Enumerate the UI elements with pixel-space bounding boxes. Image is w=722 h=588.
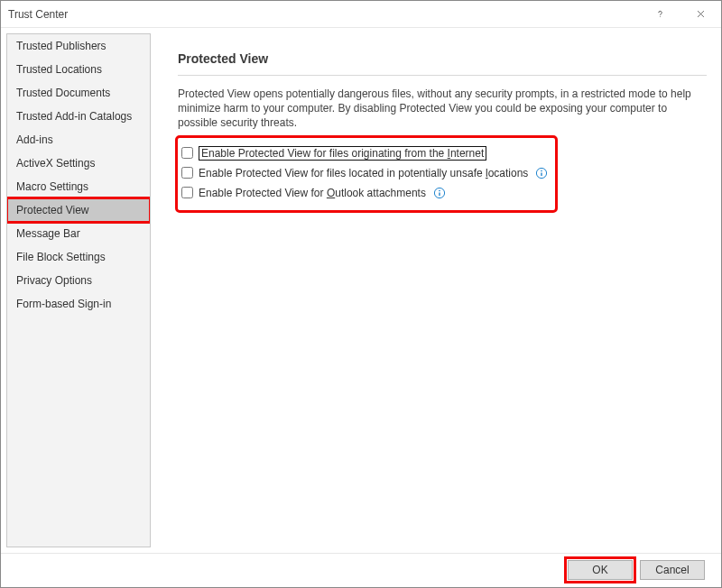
dialog-body: Trusted Publishers Trusted Locations Tru… <box>1 28 721 553</box>
dialog-footer: OK Cancel <box>1 553 721 585</box>
checkbox-internet[interactable] <box>181 147 193 159</box>
window-title: Trust Center <box>8 8 640 21</box>
sidebar-item-trusted-locations[interactable]: Trusted Locations <box>7 58 150 81</box>
sidebar-item-add-ins[interactable]: Add-ins <box>7 128 150 152</box>
section-title: Protected View <box>178 51 707 66</box>
checkbox-row-unsafe-locations[interactable]: Enable Protected View for files located … <box>181 163 548 183</box>
svg-point-4 <box>542 170 543 171</box>
help-icon <box>655 9 665 19</box>
sidebar-item-protected-view[interactable]: Protected View <box>7 198 150 222</box>
sidebar-item-form-based-sign-in[interactable]: Form-based Sign-in <box>7 292 150 316</box>
svg-point-0 <box>660 16 661 17</box>
sidebar-item-macro-settings[interactable]: Macro Settings <box>7 175 150 198</box>
ok-button[interactable]: OK <box>568 560 633 580</box>
checkbox-label-unsafe-locations: Enable Protected View for files located … <box>199 167 528 179</box>
checkbox-unsafe-locations[interactable] <box>181 167 193 179</box>
svg-point-7 <box>439 189 440 191</box>
section-description: Protected View opens potentially dangero… <box>178 87 701 131</box>
sidebar-item-privacy-options[interactable]: Privacy Options <box>7 269 150 292</box>
sidebar-item-trusted-documents[interactable]: Trusted Documents <box>7 81 150 105</box>
content-panel: Protected View Protected View opens pote… <box>151 33 716 547</box>
checkbox-group: Enable Protected View for files originat… <box>178 138 555 210</box>
checkbox-outlook-attachments[interactable] <box>181 187 193 198</box>
close-icon <box>696 9 706 19</box>
sidebar-item-message-bar[interactable]: Message Bar <box>7 222 150 245</box>
sidebar-item-activex-settings[interactable]: ActiveX Settings <box>7 152 150 175</box>
cancel-button[interactable]: Cancel <box>640 560 705 580</box>
info-icon[interactable] <box>433 187 446 199</box>
checkbox-row-internet[interactable]: Enable Protected View for files originat… <box>181 143 548 163</box>
section-divider <box>178 75 707 76</box>
checkbox-row-outlook-attachments[interactable]: Enable Protected View for Outlook attach… <box>181 183 548 203</box>
titlebar: Trust Center <box>1 1 721 28</box>
checkbox-label-internet: Enable Protected View for files originat… <box>199 146 486 161</box>
close-button[interactable] <box>680 1 721 28</box>
checkbox-label-outlook-attachments: Enable Protected View for Outlook attach… <box>199 187 426 199</box>
info-icon[interactable] <box>535 167 548 179</box>
help-button[interactable] <box>640 1 680 28</box>
sidebar-item-trusted-publishers[interactable]: Trusted Publishers <box>7 34 150 58</box>
sidebar: Trusted Publishers Trusted Locations Tru… <box>6 33 151 547</box>
sidebar-item-file-block-settings[interactable]: File Block Settings <box>7 245 150 269</box>
sidebar-item-trusted-addin-catalogs[interactable]: Trusted Add-in Catalogs <box>7 105 150 128</box>
